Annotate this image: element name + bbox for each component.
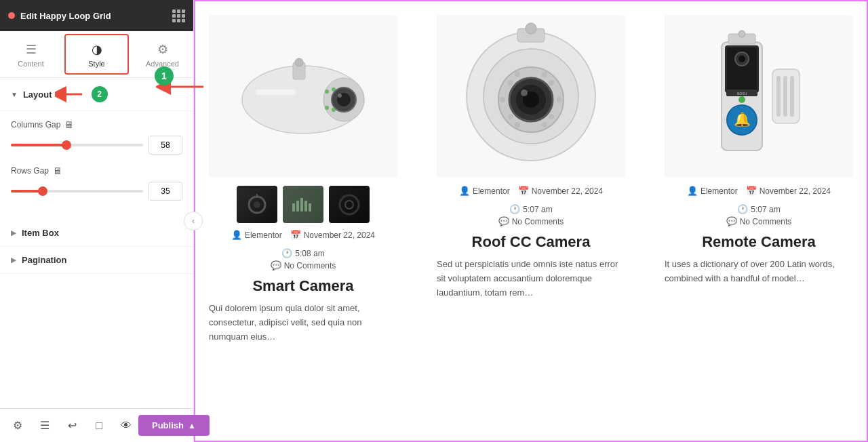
thumb-1[interactable] xyxy=(237,186,277,223)
user-icon-2: 👤 xyxy=(459,186,470,196)
smart-camera-title: Smart Camera xyxy=(252,277,353,295)
smart-camera-meta: 👤 Elementor 📅 November 22, 2024 🕐 5:08 a… xyxy=(209,230,397,270)
item-box-label: Item Box xyxy=(22,228,59,238)
svg-point-40 xyxy=(526,23,536,34)
panel-content: ▼ Layout 2 Columns Gap 🖥 xyxy=(0,78,193,408)
columns-gap-track[interactable] xyxy=(11,144,143,146)
svg-rect-52 xyxy=(790,76,794,117)
svg-text:🔔: 🔔 xyxy=(734,111,751,127)
remote-author: Elementor xyxy=(701,186,738,196)
settings-button[interactable]: ⚙ xyxy=(5,414,30,438)
item-box-header[interactable]: ▶ Item Box xyxy=(0,220,193,246)
comment-icon: 💬 xyxy=(271,260,281,270)
rows-gap-thumb[interactable] xyxy=(38,186,47,196)
rows-gap-track[interactable] xyxy=(11,190,143,193)
monitor-icon-rows: 🖥 xyxy=(53,165,62,176)
item-box-section: ▶ Item Box xyxy=(0,220,193,247)
svg-point-8 xyxy=(325,89,329,94)
tab-style[interactable]: ◑ Style xyxy=(64,34,129,75)
item-box-chevron-icon: ▶ xyxy=(11,229,16,237)
pagination-chevron-icon: ▶ xyxy=(11,256,16,264)
rows-gap-value[interactable]: 35 xyxy=(149,182,182,201)
product-card-smart-camera: 👤 Elementor 📅 November 22, 2024 🕐 5:08 a… xyxy=(209,15,397,427)
pagination-header[interactable]: ▶ Pagination xyxy=(0,247,193,273)
calendar-icon-2: 📅 xyxy=(518,186,529,196)
badge-2: 2 xyxy=(92,86,108,102)
svg-point-36 xyxy=(542,72,547,77)
user-icon: 👤 xyxy=(231,230,242,240)
badge-1: 1 xyxy=(155,66,174,85)
roof-cc-desc: Sed ut perspiciatis unde omnis iste natu… xyxy=(437,258,625,300)
responsive-button[interactable]: □ xyxy=(87,414,111,438)
advanced-icon: ⚙ xyxy=(157,42,168,57)
roof-cc-comments: No Comments xyxy=(512,217,564,226)
sidebar-collapse-button[interactable]: ‹ xyxy=(184,212,203,230)
svg-rect-19 xyxy=(309,203,311,212)
columns-gap-fill xyxy=(11,144,66,146)
svg-point-21 xyxy=(345,201,353,209)
svg-rect-15 xyxy=(292,203,295,212)
columns-gap-thumb[interactable] xyxy=(62,140,71,150)
svg-point-29 xyxy=(508,80,513,85)
comment-icon-2: 💬 xyxy=(498,216,509,226)
smart-camera-thumbnails xyxy=(237,186,370,223)
svg-point-45 xyxy=(738,56,745,62)
svg-point-38 xyxy=(542,122,547,127)
publish-chevron-icon: ▲ xyxy=(188,421,196,430)
svg-point-28 xyxy=(521,89,528,96)
style-icon: ◑ xyxy=(92,42,102,57)
roof-cc-time: 5:07 am xyxy=(523,205,552,214)
pagination-label: Pagination xyxy=(22,255,66,265)
roof-cc-meta: 👤 Elementor 📅 November 22, 2024 🕐 5:07 a… xyxy=(437,186,625,226)
svg-point-31 xyxy=(508,114,513,119)
roof-cc-title: Roof CC Camera xyxy=(472,233,591,251)
layout-chevron-icon: ▼ xyxy=(11,91,18,98)
grid-menu-icon[interactable] xyxy=(172,9,185,22)
remote-camera-svg: 🔔 aosu xyxy=(684,22,833,171)
remote-camera-desc: It uses a dictionary of over 200 Latin w… xyxy=(665,258,853,286)
rows-gap-row: Rows Gap 🖥 35 xyxy=(11,165,182,201)
remote-camera-title: Remote Camera xyxy=(702,233,816,251)
svg-rect-50 xyxy=(776,76,781,117)
thumb-3[interactable] xyxy=(329,186,370,223)
calendar-icon: 📅 xyxy=(290,230,301,240)
svg-rect-18 xyxy=(304,201,307,212)
thumb-2[interactable] xyxy=(283,186,323,223)
columns-gap-value[interactable]: 58 xyxy=(149,136,182,155)
remote-camera-meta: 👤 Elementor 📅 November 22, 2024 🕐 5:07 a… xyxy=(665,186,853,226)
columns-gap-row: Columns Gap 🖥 58 xyxy=(11,119,182,155)
svg-point-35 xyxy=(515,72,520,77)
preview-button[interactable]: 👁 xyxy=(114,414,138,438)
tab-content-label: Content xyxy=(18,60,44,68)
history-button[interactable]: ↩ xyxy=(60,414,84,438)
user-icon-3: 👤 xyxy=(687,186,698,196)
roof-cc-date: November 22, 2024 xyxy=(532,186,603,196)
svg-point-4 xyxy=(338,94,342,98)
clock-icon: 🕐 xyxy=(281,248,292,258)
smart-camera-svg xyxy=(235,52,371,140)
tab-content[interactable]: ☰ Content xyxy=(0,31,62,77)
svg-point-48 xyxy=(738,96,745,103)
svg-point-13 xyxy=(254,201,260,208)
content-icon: ☰ xyxy=(26,42,37,57)
svg-point-37 xyxy=(515,122,520,127)
remote-date: November 22, 2024 xyxy=(760,186,831,196)
publish-button[interactable]: Publish ▲ xyxy=(138,415,210,436)
svg-text:aosu: aosu xyxy=(736,91,747,96)
svg-point-9 xyxy=(332,87,336,92)
layout-label: Layout xyxy=(23,89,52,100)
layers-button[interactable]: ☰ xyxy=(33,414,57,438)
top-bar: Edit Happy Loop Grid xyxy=(0,0,193,31)
clock-icon-3: 🕐 xyxy=(737,204,748,214)
roof-cc-author: Elementor xyxy=(473,186,510,196)
svg-point-6 xyxy=(295,58,303,66)
tab-style-label: Style xyxy=(88,60,104,68)
remote-time: 5:07 am xyxy=(751,205,780,214)
svg-rect-16 xyxy=(296,201,299,212)
svg-point-54 xyxy=(738,31,745,37)
columns-gap-label: Columns Gap xyxy=(11,120,60,129)
rows-gap-label: Rows Gap xyxy=(11,166,49,176)
svg-point-32 xyxy=(549,114,554,119)
smart-camera-comments: No Comments xyxy=(284,261,336,270)
product-card-remote: 🔔 aosu 👤 Elementor xyxy=(665,15,853,427)
